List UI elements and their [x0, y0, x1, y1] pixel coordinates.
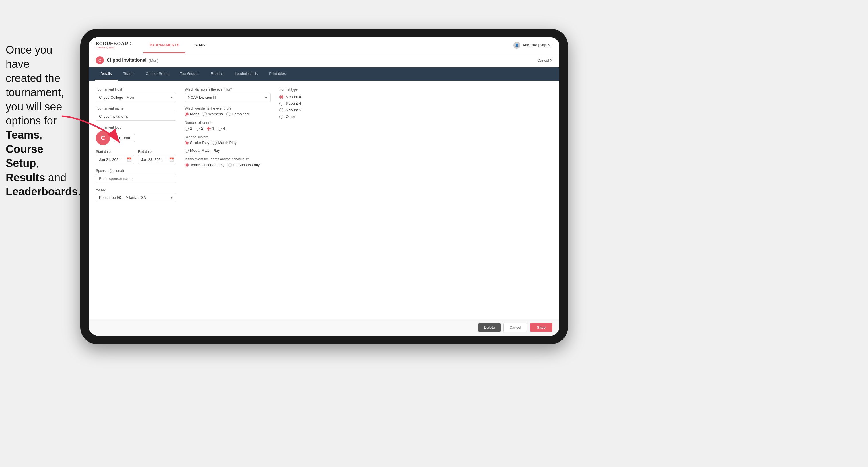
venue-field: Venue Peachtree GC - Atlanta - GA: [96, 188, 176, 202]
logo-upload-area: C Upload: [96, 131, 176, 145]
rounds-2-radio[interactable]: [196, 126, 199, 130]
format-6count5-option[interactable]: 6 count 5: [279, 108, 337, 112]
delete-button[interactable]: Delete: [478, 323, 501, 332]
scoring-medal-radio[interactable]: [185, 149, 189, 153]
start-date-label: Start date: [96, 150, 134, 154]
date-row: Start date 📅 End date 📅: [96, 150, 176, 164]
division-field: Which division is the event for? NCAA Di…: [185, 88, 271, 102]
gender-mens-option[interactable]: Mens: [185, 112, 199, 116]
rounds-3-option[interactable]: 3: [207, 126, 214, 130]
user-area: 👤 Test User | Sign out: [514, 42, 553, 49]
tablet-device: SCOREBOARD Powered by clippd TOURNAMENTS…: [80, 29, 568, 344]
end-date-wrap: 📅: [138, 155, 176, 164]
teams-label: Is this event for Teams and/or Individua…: [185, 157, 271, 161]
tab-printables[interactable]: Printables: [263, 67, 291, 81]
sponsor-input[interactable]: [96, 174, 176, 183]
tablet-screen: SCOREBOARD Powered by clippd TOURNAMENTS…: [89, 37, 559, 336]
format-other-option[interactable]: Other: [279, 115, 337, 119]
format-label: Format type: [279, 88, 337, 92]
form-area: Tournament Host Clippd College - Men Tou…: [89, 81, 559, 319]
tournament-name-input[interactable]: [96, 112, 176, 121]
rounds-4-radio[interactable]: [218, 126, 222, 130]
venue-select[interactable]: Peachtree GC - Atlanta - GA: [96, 193, 176, 202]
logo-title: SCOREBOARD: [96, 41, 132, 46]
logo-area: SCOREBOARD Powered by clippd: [96, 41, 132, 49]
tab-details[interactable]: Details: [95, 67, 118, 81]
user-avatar: 👤: [514, 42, 520, 49]
nav-links: TOURNAMENTS TEAMS: [144, 37, 514, 53]
start-date-wrap: 📅: [96, 155, 134, 164]
tournament-host-select[interactable]: Clippd College - Men: [96, 93, 176, 102]
end-date-label: End date: [138, 150, 176, 154]
format-6count4-option[interactable]: 6 count 4: [279, 101, 337, 105]
teams-field: Is this event for Teams and/or Individua…: [185, 157, 271, 167]
teams-plus-individuals-option[interactable]: Teams (+Individuals): [185, 163, 225, 167]
upload-button[interactable]: Upload: [114, 134, 135, 142]
tab-results[interactable]: Results: [205, 67, 229, 81]
end-date-icon: 📅: [169, 157, 174, 162]
tournament-name-label: Tournament name: [96, 106, 176, 111]
format-5count4-radio[interactable]: [279, 95, 283, 99]
tournament-host-field: Tournament Host Clippd College - Men: [96, 88, 176, 102]
nav-tournaments[interactable]: TOURNAMENTS: [144, 37, 185, 53]
teams-radio-group: Teams (+Individuals) Individuals Only: [185, 163, 271, 167]
rounds-1-option[interactable]: 1: [185, 126, 192, 130]
footer-bar: Delete Cancel Save: [89, 319, 559, 336]
start-date-icon: 📅: [127, 157, 132, 162]
gender-mens-radio[interactable]: [185, 112, 189, 116]
gender-field: Which gender is the event for? Mens Wome…: [185, 106, 271, 116]
tournament-type: (Men): [149, 58, 159, 63]
scoring-stroke-radio[interactable]: [185, 141, 189, 145]
scoring-medal-option[interactable]: Medal Match Play: [185, 148, 220, 153]
tournament-host-label: Tournament Host: [96, 88, 176, 92]
rounds-2-option[interactable]: 2: [196, 126, 203, 130]
navbar: SCOREBOARD Powered by clippd TOURNAMENTS…: [89, 37, 559, 53]
format-5count4-option[interactable]: 5 count 4: [279, 95, 337, 99]
venue-label: Venue: [96, 188, 176, 192]
tournament-logo-label: Tournament logo: [96, 125, 176, 129]
rounds-1-radio[interactable]: [185, 126, 189, 130]
scoring-match-option[interactable]: Match Play: [213, 141, 236, 145]
cancel-top-button[interactable]: Cancel X: [537, 58, 553, 63]
individuals-only-option[interactable]: Individuals Only: [228, 163, 260, 167]
format-6count4-radio[interactable]: [279, 101, 283, 105]
gender-radio-group: Mens Womens Combined: [185, 112, 271, 116]
rounds-field: Number of rounds 1 2: [185, 121, 271, 130]
tournament-name-field: Tournament name: [96, 106, 176, 121]
rounds-radio-group: 1 2 3 4: [185, 126, 271, 130]
tab-course-setup[interactable]: Course Setup: [140, 67, 175, 81]
gender-womens-option[interactable]: Womens: [203, 112, 223, 116]
tab-tee-groups[interactable]: Tee Groups: [175, 67, 205, 81]
rounds-4-option[interactable]: 4: [218, 126, 225, 130]
gender-womens-radio[interactable]: [203, 112, 207, 116]
rounds-label: Number of rounds: [185, 121, 271, 125]
scoring-label: Scoring system: [185, 135, 271, 139]
start-date-field: Start date 📅: [96, 150, 134, 164]
format-field: Format type 5 count 4 6 count 4: [279, 88, 337, 121]
scoring-stroke-option[interactable]: Stroke Play: [185, 141, 209, 145]
save-button[interactable]: Save: [530, 323, 553, 332]
teams-plus-radio[interactable]: [185, 163, 189, 167]
scoring-radio-group: Stroke Play Match Play Medal Match Play: [185, 141, 271, 153]
user-text[interactable]: Test User | Sign out: [523, 43, 553, 47]
format-other-radio[interactable]: [279, 115, 283, 119]
division-label: Which division is the event for?: [185, 88, 271, 92]
gender-combined-option[interactable]: Combined: [226, 112, 249, 116]
tab-leaderboards[interactable]: Leaderboards: [229, 67, 263, 81]
scoring-match-radio[interactable]: [213, 141, 217, 145]
individuals-only-radio[interactable]: [228, 163, 232, 167]
cancel-button[interactable]: Cancel: [503, 323, 527, 332]
rounds-3-radio[interactable]: [207, 126, 211, 130]
scoring-field: Scoring system Stroke Play Match Play: [185, 135, 271, 153]
main-content: Tournament Host Clippd College - Men Tou…: [89, 81, 559, 336]
division-select[interactable]: NCAA Division III: [185, 93, 271, 102]
instruction-text: Once you have created the tournament, yo…: [0, 43, 74, 199]
format-options-group: 5 count 4 6 count 4 6 count 5: [279, 95, 337, 121]
logo-circle: C: [96, 131, 110, 145]
tournament-logo-small: C: [96, 56, 104, 64]
tab-teams[interactable]: Teams: [118, 67, 140, 81]
right-column: Format type 5 count 4 6 count 4: [279, 88, 337, 312]
gender-combined-radio[interactable]: [226, 112, 230, 116]
format-6count5-radio[interactable]: [279, 108, 283, 112]
nav-teams[interactable]: TEAMS: [185, 37, 211, 53]
